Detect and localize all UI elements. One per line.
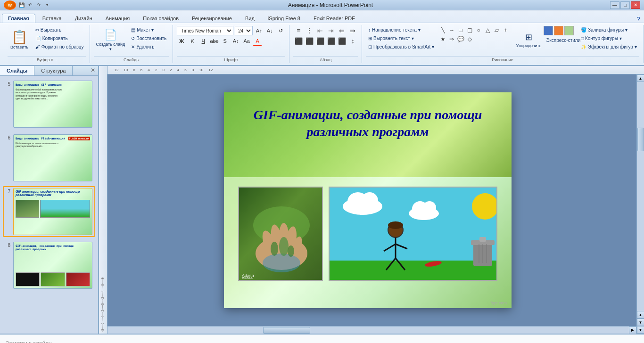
outline-btn[interactable]: □ Контур фигуры ▾	[578, 34, 639, 42]
ribbon-help-btn[interactable]: ?	[635, 15, 642, 23]
tab-slideshow[interactable]: Показ слайдов	[137, 14, 185, 23]
slides-tab-outline[interactable]: Структура	[34, 66, 73, 75]
customize-quick-btn[interactable]: ▾	[43, 1, 51, 9]
new-slide-button[interactable]: 📄 Создать слайд ▾	[94, 26, 127, 54]
shape-triangle[interactable]: △	[483, 26, 492, 34]
shape-arrow2[interactable]: ⇒	[447, 35, 456, 43]
canvas-area: ·12·····10·····8·····6·····4·····2·····0…	[99, 66, 644, 334]
quick-styles-btn[interactable]: Экспресс-стили	[544, 36, 577, 44]
number-list-btn[interactable]: ⋮	[304, 26, 314, 35]
case-btn[interactable]: Aa	[242, 36, 251, 46]
justify-btn[interactable]: ⬛	[326, 36, 336, 46]
paste-button[interactable]: 📋 Вставить	[8, 26, 31, 54]
shape-line[interactable]: ╲	[438, 26, 447, 34]
shape-callout[interactable]: 💬	[456, 35, 465, 43]
svg-point-18	[361, 192, 378, 209]
align-right-btn[interactable]: ⬛	[315, 36, 325, 46]
shape-more[interactable]: +	[501, 26, 510, 34]
indent-decrease-btn[interactable]: ⇤	[315, 26, 325, 35]
strikethrough-btn[interactable]: abc	[209, 36, 219, 46]
shadow-btn[interactable]: S	[220, 36, 230, 46]
slide7-title: GIF-анимации, созданные при помощи разли…	[14, 188, 92, 198]
indent-increase-btn[interactable]: ⇥	[326, 26, 336, 35]
underline-btn[interactable]: Ч	[198, 36, 208, 46]
quick-access-toolbar: 💾 ↶ ↷ ▾	[18, 1, 51, 9]
line-spacing-btn[interactable]: ↕	[347, 36, 358, 46]
reset-button[interactable]: ↺ Восстановить	[129, 34, 169, 42]
grow-font-btn[interactable]: A↑	[254, 26, 264, 35]
vscroll-thumb[interactable]	[637, 128, 644, 151]
fill-btn[interactable]: 🪣 Заливка фигуры ▾	[578, 26, 639, 34]
cut-button[interactable]: ✂ Вырезать	[33, 26, 86, 34]
text-tools: ↕ Направление текста ▾ ⊞ Выровнять текст…	[366, 26, 437, 51]
redo-btn[interactable]: ↷	[35, 1, 42, 9]
bullet-list-btn[interactable]: ≡	[293, 26, 304, 35]
tab-foxit[interactable]: Foxit Reader PDF	[307, 14, 361, 23]
notes-placeholder[interactable]: Заметки к слайду	[6, 340, 51, 343]
slides-tab-slides[interactable]: Слайды	[0, 66, 34, 75]
shape-arrow[interactable]: →	[447, 26, 456, 34]
undo-btn[interactable]: ↶	[26, 1, 34, 9]
spacing-btn[interactable]: A↕	[231, 36, 240, 46]
effects-btn[interactable]: ✨ Эффекты для фигур ▾	[578, 43, 639, 51]
group-slides: 📄 Создать слайд ▾ ▤ Макет ▾ ↺ Восстанови…	[90, 25, 173, 63]
tab-view[interactable]: Вид	[239, 14, 261, 23]
vscroll-prev-btn[interactable]: ▲	[637, 311, 644, 318]
hscroll-thumb[interactable]	[263, 327, 310, 334]
hscroll-right-btn[interactable]: ▶	[629, 327, 636, 334]
italic-btn[interactable]: К	[188, 36, 197, 46]
vscroll-next-btn[interactable]: ▼	[637, 318, 644, 326]
rtl-btn[interactable]: ⇚	[337, 26, 347, 35]
layout-button[interactable]: ▤ Макет ▾	[129, 26, 169, 34]
shape-ellipse[interactable]: ○	[474, 26, 483, 34]
slide-thumb-8[interactable]: 8 GIF-анимации, созданные при помощи раз…	[3, 240, 95, 291]
smartart-btn[interactable]: ⊡ Преобразовать в SmartArt ▾	[366, 43, 437, 51]
minimize-button[interactable]: —	[610, 1, 619, 9]
delete-button[interactable]: ✕ Удалить	[129, 43, 169, 51]
slides-panel-close-btn[interactable]: ✕	[88, 66, 98, 75]
style-swatch-3[interactable]	[564, 26, 574, 35]
para-label: Абзац	[293, 56, 358, 63]
color-btn[interactable]: A	[253, 36, 262, 46]
slides-small: ▤ Макет ▾ ↺ Восстановить ✕ Удалить	[129, 26, 169, 51]
close-button[interactable]: ✕	[631, 1, 640, 9]
vscroll-down-btn[interactable]: ▼	[637, 326, 644, 334]
ltr-btn[interactable]: ⇛	[347, 26, 358, 35]
shape-flow[interactable]: ◇	[465, 35, 474, 43]
shape-star[interactable]: ★	[438, 35, 447, 43]
align-center-btn[interactable]: ⬛	[304, 36, 314, 46]
slide-thumb-6[interactable]: 6 Виды анимации: Flash-анимация Flash-ан…	[3, 132, 95, 183]
style-swatch-2[interactable]	[554, 26, 563, 35]
text-direction-btn[interactable]: ↕ Направление текста ▾	[366, 26, 437, 34]
cols-btn[interactable]: ⬛	[337, 36, 347, 46]
save-quick-btn[interactable]: 💾	[18, 1, 25, 9]
shape-para[interactable]: ▱	[492, 26, 501, 34]
align-left-btn[interactable]: ⬛	[293, 36, 304, 46]
tab-animation[interactable]: Анимация	[99, 14, 136, 23]
slide8-img3	[66, 272, 90, 286]
tab-design[interactable]: Дизайн	[69, 14, 99, 23]
tab-review[interactable]: Рецензирование	[186, 14, 238, 23]
align-text-btn[interactable]: ⊞ Выровнять текст ▾	[366, 34, 437, 42]
shape-rounded[interactable]: ▢	[465, 26, 474, 34]
format-button[interactable]: 🖌 Формат по образцу	[33, 43, 86, 51]
office-button[interactable]: W	[4, 0, 16, 10]
shape-rect[interactable]: □	[456, 26, 465, 34]
tab-home[interactable]: Главная	[2, 14, 35, 23]
clear-format-btn[interactable]: ↺	[276, 26, 285, 35]
notes-area: Заметки к слайду	[0, 334, 644, 343]
font-size-select[interactable]: 24	[235, 26, 253, 35]
slide-thumb-5[interactable]: 5 Виды анимации: GIF-анимация Файл предс…	[3, 79, 95, 130]
arrange-button[interactable]: ⊞ Упорядочить	[516, 26, 542, 54]
style-swatch-1[interactable]	[544, 26, 553, 35]
font-name-select[interactable]: Times New Roman	[177, 26, 233, 35]
window-controls: — □ ✕	[610, 1, 640, 9]
bold-btn[interactable]: Ж	[177, 36, 186, 46]
tab-ispring[interactable]: iSpring Free 8	[262, 14, 306, 23]
vscroll-up-btn[interactable]: ▲	[637, 74, 644, 82]
tab-insert[interactable]: Вставка	[36, 14, 68, 23]
shrink-font-btn[interactable]: A↓	[265, 26, 274, 35]
copy-button[interactable]: 📄 Копировать	[33, 34, 86, 42]
slide-thumb-7[interactable]: 7 GIF-анимации, созданные при помощи раз…	[3, 186, 95, 237]
maximize-button[interactable]: □	[620, 1, 630, 9]
